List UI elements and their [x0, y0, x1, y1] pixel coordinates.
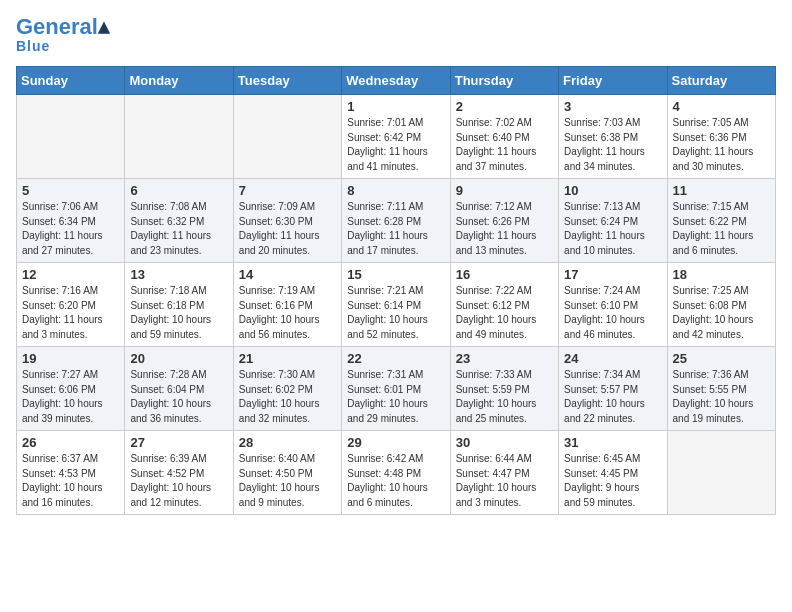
- calendar-cell: 5Sunrise: 7:06 AM Sunset: 6:34 PM Daylig…: [17, 179, 125, 263]
- day-info: Sunrise: 7:28 AM Sunset: 6:04 PM Dayligh…: [130, 368, 227, 426]
- day-info: Sunrise: 7:30 AM Sunset: 6:02 PM Dayligh…: [239, 368, 336, 426]
- day-info: Sunrise: 7:08 AM Sunset: 6:32 PM Dayligh…: [130, 200, 227, 258]
- day-info: Sunrise: 7:11 AM Sunset: 6:28 PM Dayligh…: [347, 200, 444, 258]
- calendar-cell: 22Sunrise: 7:31 AM Sunset: 6:01 PM Dayli…: [342, 347, 450, 431]
- day-number: 21: [239, 351, 336, 366]
- day-number: 9: [456, 183, 553, 198]
- weekday-header-tuesday: Tuesday: [233, 67, 341, 95]
- calendar-cell: 3Sunrise: 7:03 AM Sunset: 6:38 PM Daylig…: [559, 95, 667, 179]
- day-info: Sunrise: 7:12 AM Sunset: 6:26 PM Dayligh…: [456, 200, 553, 258]
- calendar-cell: 13Sunrise: 7:18 AM Sunset: 6:18 PM Dayli…: [125, 263, 233, 347]
- day-info: Sunrise: 7:09 AM Sunset: 6:30 PM Dayligh…: [239, 200, 336, 258]
- day-info: Sunrise: 7:34 AM Sunset: 5:57 PM Dayligh…: [564, 368, 661, 426]
- calendar-cell: [233, 95, 341, 179]
- calendar-cell: 12Sunrise: 7:16 AM Sunset: 6:20 PM Dayli…: [17, 263, 125, 347]
- day-info: Sunrise: 6:40 AM Sunset: 4:50 PM Dayligh…: [239, 452, 336, 510]
- weekday-header-monday: Monday: [125, 67, 233, 95]
- calendar-cell: 2Sunrise: 7:02 AM Sunset: 6:40 PM Daylig…: [450, 95, 558, 179]
- day-info: Sunrise: 7:02 AM Sunset: 6:40 PM Dayligh…: [456, 116, 553, 174]
- calendar-cell: 16Sunrise: 7:22 AM Sunset: 6:12 PM Dayli…: [450, 263, 558, 347]
- day-number: 31: [564, 435, 661, 450]
- day-number: 28: [239, 435, 336, 450]
- day-number: 25: [673, 351, 770, 366]
- calendar-cell: 20Sunrise: 7:28 AM Sunset: 6:04 PM Dayli…: [125, 347, 233, 431]
- calendar-cell: [17, 95, 125, 179]
- calendar-cell: 23Sunrise: 7:33 AM Sunset: 5:59 PM Dayli…: [450, 347, 558, 431]
- day-number: 23: [456, 351, 553, 366]
- calendar-header-row: SundayMondayTuesdayWednesdayThursdayFrid…: [17, 67, 776, 95]
- weekday-header-thursday: Thursday: [450, 67, 558, 95]
- day-info: Sunrise: 7:33 AM Sunset: 5:59 PM Dayligh…: [456, 368, 553, 426]
- day-number: 10: [564, 183, 661, 198]
- calendar-cell: 15Sunrise: 7:21 AM Sunset: 6:14 PM Dayli…: [342, 263, 450, 347]
- day-number: 24: [564, 351, 661, 366]
- day-info: Sunrise: 6:37 AM Sunset: 4:53 PM Dayligh…: [22, 452, 119, 510]
- day-number: 13: [130, 267, 227, 282]
- calendar-cell: 11Sunrise: 7:15 AM Sunset: 6:22 PM Dayli…: [667, 179, 775, 263]
- day-info: Sunrise: 7:16 AM Sunset: 6:20 PM Dayligh…: [22, 284, 119, 342]
- day-info: Sunrise: 6:39 AM Sunset: 4:52 PM Dayligh…: [130, 452, 227, 510]
- calendar-cell: 21Sunrise: 7:30 AM Sunset: 6:02 PM Dayli…: [233, 347, 341, 431]
- calendar-week-row: 19Sunrise: 7:27 AM Sunset: 6:06 PM Dayli…: [17, 347, 776, 431]
- day-info: Sunrise: 6:44 AM Sunset: 4:47 PM Dayligh…: [456, 452, 553, 510]
- calendar-cell: 10Sunrise: 7:13 AM Sunset: 6:24 PM Dayli…: [559, 179, 667, 263]
- day-number: 7: [239, 183, 336, 198]
- day-number: 4: [673, 99, 770, 114]
- calendar-cell: 29Sunrise: 6:42 AM Sunset: 4:48 PM Dayli…: [342, 431, 450, 515]
- day-info: Sunrise: 7:24 AM Sunset: 6:10 PM Dayligh…: [564, 284, 661, 342]
- calendar-cell: 9Sunrise: 7:12 AM Sunset: 6:26 PM Daylig…: [450, 179, 558, 263]
- calendar-cell: [667, 431, 775, 515]
- calendar-week-row: 5Sunrise: 7:06 AM Sunset: 6:34 PM Daylig…: [17, 179, 776, 263]
- calendar-cell: 17Sunrise: 7:24 AM Sunset: 6:10 PM Dayli…: [559, 263, 667, 347]
- day-info: Sunrise: 7:21 AM Sunset: 6:14 PM Dayligh…: [347, 284, 444, 342]
- calendar-week-row: 12Sunrise: 7:16 AM Sunset: 6:20 PM Dayli…: [17, 263, 776, 347]
- day-number: 27: [130, 435, 227, 450]
- logo-general: General: [16, 14, 98, 39]
- day-number: 30: [456, 435, 553, 450]
- calendar-week-row: 1Sunrise: 7:01 AM Sunset: 6:42 PM Daylig…: [17, 95, 776, 179]
- day-number: 6: [130, 183, 227, 198]
- calendar-cell: 30Sunrise: 6:44 AM Sunset: 4:47 PM Dayli…: [450, 431, 558, 515]
- day-info: Sunrise: 7:15 AM Sunset: 6:22 PM Dayligh…: [673, 200, 770, 258]
- day-info: Sunrise: 7:22 AM Sunset: 6:12 PM Dayligh…: [456, 284, 553, 342]
- day-number: 15: [347, 267, 444, 282]
- calendar-cell: 18Sunrise: 7:25 AM Sunset: 6:08 PM Dayli…: [667, 263, 775, 347]
- day-number: 8: [347, 183, 444, 198]
- day-number: 12: [22, 267, 119, 282]
- day-number: 14: [239, 267, 336, 282]
- day-info: Sunrise: 6:45 AM Sunset: 4:45 PM Dayligh…: [564, 452, 661, 510]
- calendar-cell: 24Sunrise: 7:34 AM Sunset: 5:57 PM Dayli…: [559, 347, 667, 431]
- weekday-header-wednesday: Wednesday: [342, 67, 450, 95]
- calendar-cell: 31Sunrise: 6:45 AM Sunset: 4:45 PM Dayli…: [559, 431, 667, 515]
- weekday-header-saturday: Saturday: [667, 67, 775, 95]
- day-number: 11: [673, 183, 770, 198]
- weekday-header-sunday: Sunday: [17, 67, 125, 95]
- day-info: Sunrise: 7:25 AM Sunset: 6:08 PM Dayligh…: [673, 284, 770, 342]
- day-info: Sunrise: 7:03 AM Sunset: 6:38 PM Dayligh…: [564, 116, 661, 174]
- day-number: 19: [22, 351, 119, 366]
- calendar-cell: 28Sunrise: 6:40 AM Sunset: 4:50 PM Dayli…: [233, 431, 341, 515]
- calendar-cell: 14Sunrise: 7:19 AM Sunset: 6:16 PM Dayli…: [233, 263, 341, 347]
- calendar-week-row: 26Sunrise: 6:37 AM Sunset: 4:53 PM Dayli…: [17, 431, 776, 515]
- day-info: Sunrise: 7:36 AM Sunset: 5:55 PM Dayligh…: [673, 368, 770, 426]
- calendar-cell: 4Sunrise: 7:05 AM Sunset: 6:36 PM Daylig…: [667, 95, 775, 179]
- day-info: Sunrise: 6:42 AM Sunset: 4:48 PM Dayligh…: [347, 452, 444, 510]
- calendar-cell: 8Sunrise: 7:11 AM Sunset: 6:28 PM Daylig…: [342, 179, 450, 263]
- day-number: 3: [564, 99, 661, 114]
- day-number: 20: [130, 351, 227, 366]
- day-number: 18: [673, 267, 770, 282]
- logo: General▴ Blue: [16, 16, 109, 54]
- page-header: General▴ Blue: [16, 16, 776, 54]
- day-number: 26: [22, 435, 119, 450]
- calendar-cell: 27Sunrise: 6:39 AM Sunset: 4:52 PM Dayli…: [125, 431, 233, 515]
- day-number: 5: [22, 183, 119, 198]
- day-info: Sunrise: 7:01 AM Sunset: 6:42 PM Dayligh…: [347, 116, 444, 174]
- day-info: Sunrise: 7:31 AM Sunset: 6:01 PM Dayligh…: [347, 368, 444, 426]
- calendar-cell: 25Sunrise: 7:36 AM Sunset: 5:55 PM Dayli…: [667, 347, 775, 431]
- day-number: 29: [347, 435, 444, 450]
- day-number: 2: [456, 99, 553, 114]
- calendar-cell: 19Sunrise: 7:27 AM Sunset: 6:06 PM Dayli…: [17, 347, 125, 431]
- day-info: Sunrise: 7:05 AM Sunset: 6:36 PM Dayligh…: [673, 116, 770, 174]
- day-number: 1: [347, 99, 444, 114]
- day-number: 22: [347, 351, 444, 366]
